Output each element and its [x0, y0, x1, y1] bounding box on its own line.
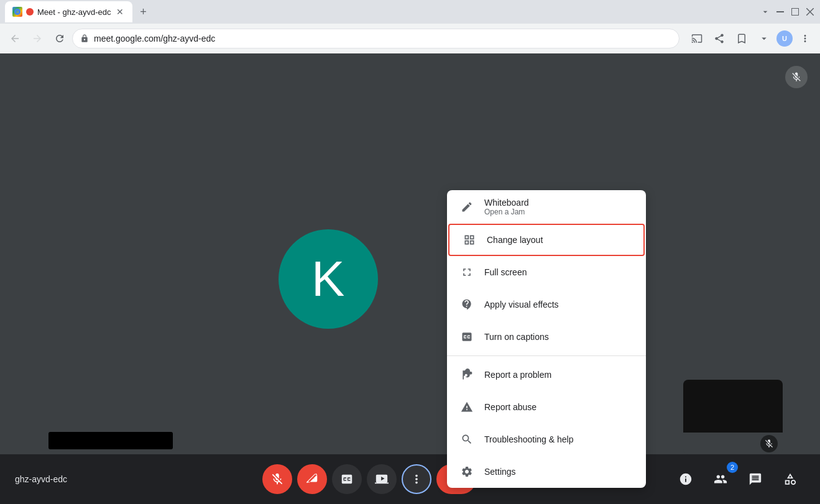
fullscreen-label: Full screen	[484, 267, 527, 277]
participant-avatar: K	[279, 229, 378, 329]
context-menu: Whiteboard Open a Jam Change layout	[447, 190, 646, 488]
sparkle-icon	[459, 297, 474, 312]
self-view-bar	[683, 433, 783, 454]
menu-divider-1	[447, 355, 646, 356]
captions-label: Turn on captions	[484, 332, 549, 342]
chat-button[interactable]	[740, 464, 770, 494]
cast-button[interactable]	[687, 29, 707, 48]
self-mic-off-icon	[764, 439, 774, 449]
people-badge: 2	[727, 462, 738, 473]
grid-icon	[462, 232, 477, 247]
close-window-button[interactable]	[805, 7, 815, 17]
title-bar-right	[760, 7, 815, 17]
change-layout-label: Change layout	[487, 235, 543, 245]
gear-icon	[459, 464, 474, 479]
tab-favicon	[12, 7, 22, 17]
redacted-name	[48, 432, 173, 449]
flag-icon	[459, 367, 474, 382]
menu-item-visual-effects[interactable]: Apply visual effects	[447, 288, 646, 321]
toolbar-left: ghz-ayvd-edc	[15, 474, 67, 484]
browser-frame: Meet - ghz-ayvd-edc ✕ +	[0, 0, 820, 504]
bookmark-button[interactable]	[732, 29, 752, 48]
minimize-button[interactable]	[775, 7, 785, 17]
svg-rect-0	[776, 11, 784, 12]
chrome-menu-button[interactable]	[795, 29, 815, 48]
profile-avatar[interactable]: U	[776, 30, 793, 47]
people-button[interactable]: 2	[706, 464, 735, 494]
mic-off-icon	[791, 71, 802, 83]
meeting-info-button[interactable]	[671, 464, 701, 494]
refresh-button[interactable]	[50, 29, 70, 48]
menu-item-report-problem[interactable]: Report a problem	[447, 359, 646, 391]
present-button[interactable]	[367, 464, 397, 494]
menu-item-troubleshooting[interactable]: Troubleshooting & help	[447, 423, 646, 456]
captions-toggle-button[interactable]	[332, 464, 362, 494]
muted-indicator	[785, 66, 808, 88]
bottom-toolbar: ghz-ayvd-edc	[0, 454, 820, 504]
menu-item-captions[interactable]: Turn on captions	[447, 321, 646, 353]
mic-off-btn-icon	[270, 472, 284, 486]
lock-icon	[80, 34, 89, 43]
camera-off-btn-icon	[305, 472, 319, 486]
maximize-button[interactable]	[790, 7, 800, 17]
fullscreen-icon	[459, 265, 474, 280]
more-options-icon	[410, 472, 423, 486]
report-problem-label: Report a problem	[484, 370, 551, 380]
activities-button[interactable]	[775, 464, 805, 494]
chat-icon	[749, 472, 762, 486]
menu-item-whiteboard[interactable]: Whiteboard Open a Jam	[447, 190, 646, 224]
video-area: K	[0, 53, 820, 504]
activities-icon	[783, 472, 797, 486]
nav-right-icons: U	[687, 29, 815, 48]
visual-effects-label: Apply visual effects	[484, 300, 559, 309]
address-bar[interactable]: meet.google.com/ghz-ayvd-edc	[72, 29, 679, 48]
url-text: meet.google.com/ghz-ayvd-edc	[94, 34, 215, 44]
menu-item-fullscreen[interactable]: Full screen	[447, 256, 646, 288]
share-button[interactable]	[709, 29, 729, 48]
toolbar-center	[262, 464, 476, 494]
pencil-icon	[459, 199, 474, 214]
captions-btn-icon	[340, 472, 354, 486]
main-content: K	[0, 53, 820, 504]
meeting-code: ghz-ayvd-edc	[15, 474, 67, 484]
present-btn-icon	[375, 472, 389, 486]
tab-search-button[interactable]	[754, 29, 774, 48]
chevron-down-icon	[760, 7, 770, 17]
more-options-button[interactable]	[402, 464, 431, 494]
info-icon	[679, 472, 693, 486]
camera-toggle-button[interactable]	[297, 464, 327, 494]
menu-item-change-layout[interactable]: Change layout	[448, 224, 645, 256]
troubleshooting-label: Troubleshooting & help	[484, 434, 573, 444]
svg-rect-1	[792, 9, 799, 16]
menu-item-report-abuse[interactable]: Report abuse	[447, 391, 646, 423]
settings-label: Settings	[484, 467, 516, 477]
whiteboard-label: Whiteboard	[484, 198, 529, 208]
back-button	[5, 29, 25, 48]
new-tab-button[interactable]: +	[135, 3, 152, 21]
self-mute-button[interactable]	[760, 435, 778, 452]
nav-bar: meet.google.com/ghz-ayvd-edc U	[0, 24, 820, 53]
toolbar-right: 2	[671, 464, 805, 494]
whiteboard-sublabel: Open a Jam	[484, 208, 529, 216]
tab-recording-indicator	[26, 8, 34, 16]
active-tab[interactable]: Meet - ghz-ayvd-edc ✕	[5, 1, 132, 22]
self-view-video	[683, 380, 783, 433]
self-view-thumbnail	[683, 380, 783, 454]
report-abuse-label: Report abuse	[484, 402, 537, 412]
troubleshoot-icon	[459, 432, 474, 447]
mic-toggle-button[interactable]	[262, 464, 292, 494]
title-bar-left: Meet - ghz-ayvd-edc ✕ +	[5, 1, 152, 22]
menu-item-settings[interactable]: Settings	[447, 456, 646, 488]
tab-close-button[interactable]: ✕	[115, 7, 125, 17]
people-icon	[714, 472, 727, 486]
forward-button	[27, 29, 47, 48]
captions-icon	[459, 329, 474, 344]
warning-icon	[459, 400, 474, 415]
tab-title: Meet - ghz-ayvd-edc	[37, 7, 111, 17]
title-bar: Meet - ghz-ayvd-edc ✕ +	[0, 0, 820, 24]
